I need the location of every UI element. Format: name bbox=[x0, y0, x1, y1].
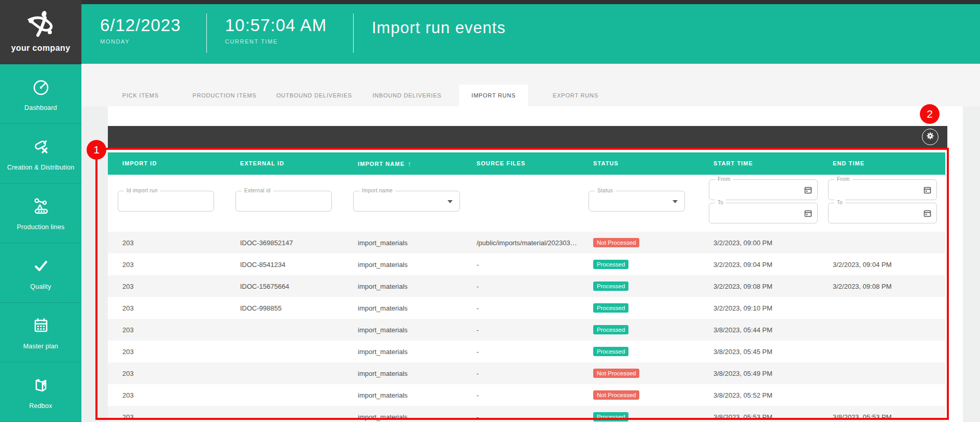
chevron-down-icon[interactable] bbox=[673, 200, 678, 203]
status-badge: Processed bbox=[593, 282, 628, 291]
table-header-row: IMPORT ID EXTERNAL ID IMPORT NAME↑ SOURC… bbox=[108, 152, 945, 175]
table-row[interactable]: 203 import_materials - Not Processed 3/8… bbox=[108, 384, 945, 406]
sidebar-item-label: Production lines bbox=[17, 223, 64, 231]
cell-external-id: IDOC-15675664 bbox=[226, 283, 343, 290]
external-id-input[interactable] bbox=[241, 194, 308, 208]
settings-button[interactable] bbox=[922, 129, 939, 145]
filter-label: To bbox=[834, 200, 845, 205]
tab-pick-items[interactable]: PICK ITEMS bbox=[110, 85, 171, 106]
column-header-start-time[interactable]: START TIME bbox=[699, 152, 818, 175]
cell-start-time: 3/2/2023, 09:00 PM bbox=[699, 239, 818, 247]
sidebar-item-redbox[interactable]: Redbox bbox=[0, 362, 81, 422]
end-from-date-input[interactable] bbox=[834, 183, 909, 196]
annotation-marker-2: 2 bbox=[920, 104, 940, 124]
status-badge: Not Processed bbox=[593, 369, 639, 378]
calendar-icon[interactable] bbox=[923, 186, 931, 196]
cell-import-id: 203 bbox=[108, 370, 226, 377]
company-logo[interactable]: your company bbox=[0, 0, 81, 64]
filter-label: Status bbox=[595, 188, 615, 193]
cell-import-id: 203 bbox=[108, 239, 226, 247]
tab-export-runs[interactable]: EXPORT RUNS bbox=[540, 85, 611, 106]
table-row[interactable]: 203 import_materials - Processed 3/8/202… bbox=[108, 341, 945, 362]
cell-source-files: - bbox=[462, 348, 579, 356]
id-import-run-input[interactable] bbox=[123, 194, 190, 208]
status-select[interactable] bbox=[594, 194, 661, 208]
start-to-date-input[interactable] bbox=[715, 206, 790, 220]
cell-end-time: 3/2/2023, 09:04 PM bbox=[818, 261, 945, 269]
header-date-label: MONDAY bbox=[100, 38, 181, 45]
column-header-end-time[interactable]: END TIME bbox=[818, 152, 945, 175]
tab-inbound-deliveries[interactable]: INBOUND DELIVERIES bbox=[360, 85, 454, 106]
cell-import-id: 203 bbox=[108, 391, 226, 399]
cell-import-name: import_materials bbox=[343, 370, 462, 377]
redbox-icon bbox=[31, 375, 51, 398]
cell-external-id: IDOC-8541234 bbox=[226, 261, 343, 269]
cell-start-time: 3/8/2023, 05:44 PM bbox=[699, 326, 818, 334]
column-header-import-name[interactable]: IMPORT NAME↑ bbox=[343, 152, 462, 175]
cell-import-name: import_materials bbox=[343, 413, 462, 421]
sidebar-item-creation-distribution[interactable]: Creation & Distribution bbox=[0, 124, 81, 184]
column-header-external-id[interactable]: EXTERNAL ID bbox=[226, 152, 343, 175]
cell-import-name: import_materials bbox=[343, 348, 462, 356]
cell-status: Processed bbox=[579, 282, 699, 291]
table-row[interactable]: 203 import_materials - Processed 3/8/202… bbox=[108, 319, 945, 341]
gear-icon bbox=[926, 131, 935, 143]
table-row[interactable]: 203 IDOC-15675664 import_materials - Pro… bbox=[108, 275, 945, 297]
tab-outbound-deliveries[interactable]: OUTBOUND DELIVERIES bbox=[264, 85, 365, 106]
table-row[interactable]: 203 import_materials - Not Processed 3/8… bbox=[108, 362, 945, 384]
sidebar-item-master-plan[interactable]: Master plan bbox=[0, 303, 81, 362]
filter-start-time-to: To bbox=[709, 203, 818, 223]
column-header-status[interactable]: STATUS bbox=[579, 152, 699, 175]
header-divider bbox=[353, 13, 354, 53]
app-window: 6/12/2023 MONDAY 10:57:04 AM CURRENT TIM… bbox=[0, 0, 980, 422]
table-row[interactable]: 203 IDOC-998855 import_materials - Proce… bbox=[108, 297, 945, 319]
sort-ascending-icon: ↑ bbox=[408, 160, 412, 167]
cell-source-files: - bbox=[462, 261, 579, 269]
cell-import-id: 203 bbox=[108, 261, 226, 269]
cell-start-time: 3/8/2023, 05:52 PM bbox=[699, 391, 818, 399]
start-from-date-input[interactable] bbox=[715, 183, 790, 196]
import-name-select[interactable] bbox=[359, 194, 433, 208]
cell-import-name: import_materials bbox=[343, 304, 462, 312]
filter-label: From bbox=[834, 176, 852, 182]
column-header-source-files[interactable]: SOURCE FILES bbox=[462, 152, 579, 175]
cell-source-files: /public/imports/material/20230308... bbox=[462, 239, 579, 247]
calendar-icon[interactable] bbox=[804, 209, 812, 219]
table-row[interactable]: 203 IDOC-369852147 import_materials /pub… bbox=[108, 232, 945, 254]
cell-source-files: - bbox=[462, 326, 579, 334]
tab-import-runs[interactable]: IMPORT RUNS bbox=[459, 85, 528, 106]
calendar-icon[interactable] bbox=[804, 186, 812, 196]
status-badge: Processed bbox=[593, 325, 628, 334]
cell-source-files: - bbox=[462, 283, 579, 290]
table-row[interactable]: 203 import_materials - Processed 3/8/202… bbox=[108, 406, 945, 422]
tab-production-items[interactable]: PRODUCTION ITEMS bbox=[180, 85, 269, 106]
column-header-import-id[interactable]: IMPORT ID bbox=[108, 152, 226, 175]
cell-status: Not Processed bbox=[579, 238, 699, 247]
sidebar-item-production-lines[interactable]: Production lines bbox=[0, 184, 81, 243]
sidebar: Dashboard Creation & Distribution bbox=[0, 64, 81, 422]
chevron-down-icon[interactable] bbox=[447, 200, 453, 203]
company-logo-icon bbox=[0, 5, 81, 43]
cell-import-name: import_materials bbox=[343, 261, 462, 269]
cell-source-files: - bbox=[462, 413, 579, 421]
filter-import-name: Import name bbox=[353, 191, 460, 212]
sidebar-item-label: Master plan bbox=[23, 343, 59, 350]
dashboard-gauge-icon bbox=[31, 77, 51, 100]
status-badge: Not Processed bbox=[593, 390, 639, 400]
sidebar-item-quality[interactable]: Quality bbox=[0, 243, 81, 303]
cell-status: Processed bbox=[579, 260, 699, 269]
end-to-date-input[interactable] bbox=[834, 206, 909, 220]
cell-status: Processed bbox=[579, 325, 699, 334]
filter-id-import-run: Id import run bbox=[118, 191, 214, 212]
cell-start-time: 3/8/2023, 05:49 PM bbox=[699, 370, 818, 377]
cell-import-id: 203 bbox=[108, 326, 226, 334]
cell-start-time: 3/2/2023, 09:08 PM bbox=[699, 283, 818, 290]
sidebar-item-dashboard[interactable]: Dashboard bbox=[0, 64, 81, 124]
filter-end-time-from: From bbox=[828, 179, 937, 200]
status-badge: Processed bbox=[593, 347, 628, 356]
calendar-icon[interactable] bbox=[923, 209, 931, 219]
filter-label: From bbox=[715, 176, 733, 182]
cell-status: Processed bbox=[579, 412, 699, 421]
table-row[interactable]: 203 IDOC-8541234 import_materials - Proc… bbox=[108, 254, 945, 275]
header-time-block: 10:57:04 AM CURRENT TIME bbox=[225, 16, 327, 45]
